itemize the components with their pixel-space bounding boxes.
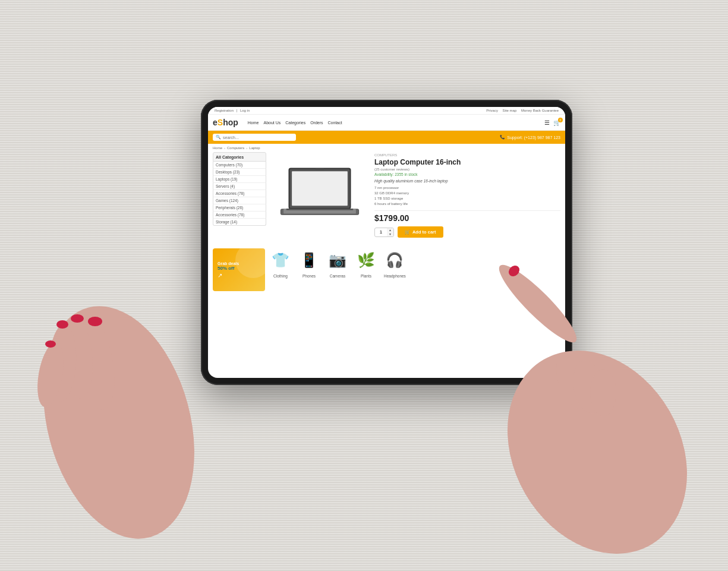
bottom-section: Grab deals 50% off ↗ 👕 Clothing 📱 Phones… [208,248,565,291]
product-image [272,152,367,238]
quantity-value: 1 [375,228,387,236]
sidebar-item-accessories1[interactable]: Accessories (78) [213,190,266,197]
privacy-link[interactable]: Privacy [486,109,498,112]
product-reviews: (25 customer reviews) [374,168,560,171]
category-headphones[interactable]: 🎧 Headphones [384,248,406,278]
search-icon: 🔍 [216,135,221,140]
quantity-input: 1 ▲ ▼ [374,228,394,237]
breadcrumb-current: Laptop [249,146,260,150]
search-input[interactable] [223,135,293,140]
categories-row: 👕 Clothing 📱 Phones 📷 Cameras 🌿 Plants 🎧 [270,248,406,278]
clothing-label: Clothing [273,274,288,278]
svg-point-12 [71,314,84,323]
product-info: Computers Laptop Computer 16-inch (25 cu… [374,152,560,238]
deals-arrow-icon: ↗ [218,272,222,279]
nav-orders[interactable]: Orders [310,121,323,125]
add-to-cart-row: 1 ▲ ▼ 🛒 Add to cart [374,226,560,238]
registration-link[interactable]: Registration [215,109,234,112]
cart-icon[interactable]: 🛒 0 [553,119,560,126]
product-top: Computers Laptop Computer 16-inch (25 cu… [272,152,560,238]
main-content: All Categories Computers (70) Desktops (… [208,152,565,242]
search-bar: 🔍 📞 Support: (+123) 987 987 123 [208,131,565,144]
product-divider [374,210,560,211]
svg-point-19 [569,358,608,415]
sidebar-item-servers[interactable]: Servers (4) [213,183,266,190]
cameras-label: Cameras [330,274,345,278]
top-bar-left: Registration | Log in [213,109,251,112]
sidebar: All Categories Computers (70) Desktops (… [213,152,266,238]
support-text: 📞 Support: (+123) 987 987 123 [500,135,560,140]
tablet-screen: Registration | Log in Privacy Site map M… [208,107,565,378]
top-bar: Registration | Log in Privacy Site map M… [208,107,565,115]
money-back-link[interactable]: Money Back Guarantee [521,109,559,112]
svg-point-7 [70,313,121,413]
nav-home[interactable]: Home [248,121,259,125]
availability-label: Availability: [374,172,393,176]
support-number: Support: (+123) 987 987 123 [507,135,560,140]
login-link[interactable]: Log in [240,109,250,112]
product-desc: High quality aluminium case 16-inch lapt… [374,179,560,183]
product-area: Computers Laptop Computer 16-inch (25 cu… [272,152,560,238]
search-input-wrap: 🔍 [213,134,296,141]
phone-icon: 📞 [500,135,505,140]
sidebar-title: All Categories [213,152,266,162]
deals-bg-circle [235,248,265,278]
breadcrumb-home[interactable]: Home [213,146,222,150]
sidebar-item-laptops[interactable]: Laptops (19) [213,176,266,183]
main-nav: Home About Us Categories Orders Contact [248,121,540,125]
svg-point-11 [88,317,102,326]
category-phones[interactable]: 📱 Phones [298,248,320,278]
deals-off-text: 50% off [218,266,234,271]
sidebar-item-peripherals[interactable]: Peripherals (26) [213,204,266,212]
category-plants[interactable]: 🌿 Plants [355,248,377,278]
spec-2: 32 GB DDR4 memory [374,191,560,196]
svg-point-9 [47,324,78,402]
header: eShop Home About Us Categories Orders Co… [208,115,565,131]
spec-3: 1 TB SSD storage [374,196,560,201]
add-to-cart-button[interactable]: 🛒 Add to cart [398,226,443,238]
laptop-image-svg [275,165,364,225]
sitemap-link[interactable]: Site map [503,109,517,112]
availability-value: 2355 in stock [395,172,417,176]
headphones-icon: 🎧 [384,248,405,272]
svg-point-13 [56,320,68,329]
plants-label: Plants [361,274,371,278]
cart-badge: 0 [558,118,563,122]
product-title: Laptop Computer 16-inch [374,158,560,166]
quantity-down[interactable]: ▼ [387,232,393,236]
svg-point-20 [590,369,616,417]
quantity-up[interactable]: ▲ [387,228,393,232]
product-specs: 7 nm processor 32 GB DDR4 memory 1 TB SS… [374,185,560,207]
sidebar-item-computers[interactable]: Computers (70) [213,162,266,169]
sidebar-item-desktops[interactable]: Desktops (23) [213,169,266,176]
phones-icon: 📱 [298,248,320,272]
sidebar-item-storage[interactable]: Storage (14) [213,219,266,226]
svg-point-14 [45,340,56,348]
deals-banner[interactable]: Grab deals 50% off ↗ [213,248,265,291]
spec-4: 6 hours of battery life [374,201,560,207]
quantity-buttons: ▲ ▼ [387,228,393,236]
svg-rect-4 [286,209,354,210]
breadcrumb-computers[interactable]: Computers [227,146,244,150]
svg-rect-5 [316,168,324,169]
svg-point-6 [19,289,202,556]
nav-contact[interactable]: Contact [328,121,342,125]
category-clothing[interactable]: 👕 Clothing [270,248,291,278]
spec-1: 7 nm processor [374,185,560,191]
plants-icon: 🌿 [355,248,377,272]
sidebar-item-games[interactable]: Games (124) [213,197,266,204]
nav-categories[interactable]: Categories [285,121,305,125]
cart-button-icon: 🛒 [405,229,410,235]
headphones-label: Headphones [384,274,406,278]
svg-rect-1 [292,171,348,206]
cameras-icon: 📷 [327,248,348,272]
nav-about[interactable]: About Us [263,121,281,125]
category-cameras[interactable]: 📷 Cameras [327,248,348,278]
hamburger-icon[interactable]: ☰ [544,119,550,126]
phones-label: Phones [302,274,316,278]
logo: eShop [213,118,238,127]
cart-button-label: Add to cart [412,229,436,235]
header-icons: ☰ 🛒 0 [544,119,560,126]
sidebar-item-accessories2[interactable]: Accessories (78) [213,212,266,219]
breadcrumb: Home › Computers › Laptop [208,144,565,152]
